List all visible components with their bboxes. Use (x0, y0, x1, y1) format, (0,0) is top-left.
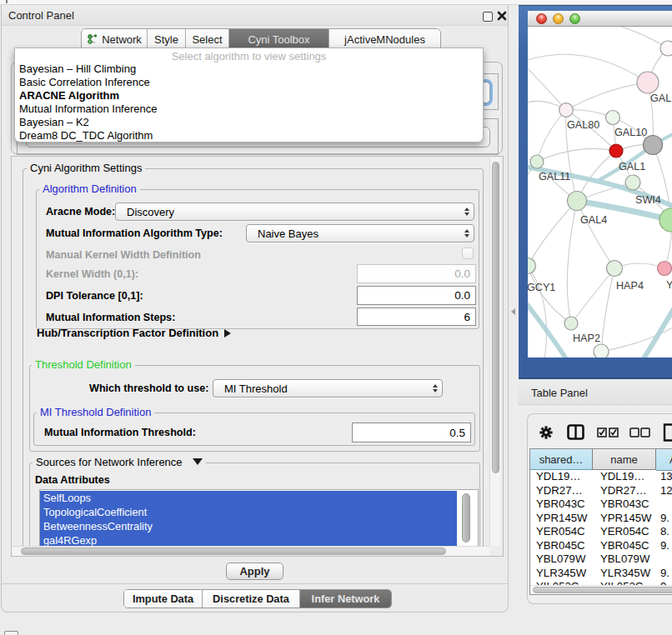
popup-item[interactable]: Bayesian – K2 (19, 116, 478, 129)
popup-item[interactable]: Bayesian – Hill Climbing (19, 62, 478, 76)
manual-kernel-checkbox[interactable] (462, 248, 474, 259)
network-node-hap4[interactable] (607, 261, 623, 277)
cell-value[interactable]: 9. (660, 567, 672, 581)
network-edge[interactable] (611, 27, 668, 48)
attribute-list-item[interactable]: BetweennessCentrality (40, 519, 457, 533)
apply-button[interactable]: Apply (226, 562, 283, 580)
network-node[interactable] (606, 111, 620, 125)
network-view-window[interactable]: GALGAL80GAL10GAL1GAL11SWI4GAL4HAP4YGCY1H… (519, 5, 672, 379)
popup-item[interactable]: Mutual Information Inference (19, 102, 478, 116)
cell-name[interactable]: YBR043C (600, 498, 654, 512)
cell-name[interactable]: YPR145W (600, 512, 654, 526)
table-row[interactable]: YBL079WYBL079W (530, 552, 672, 567)
tab-cyni-toolbox[interactable]: Cyni Toolbox (229, 29, 329, 49)
network-node[interactable] (659, 208, 672, 232)
mi-steps-field[interactable]: 6 (357, 308, 476, 326)
cell-value[interactable] (660, 552, 672, 567)
network-node-gal4[interactable] (568, 192, 587, 211)
table-row[interactable]: YBR043CYBR043C (530, 498, 672, 512)
table-horizontal-scrollbar[interactable] (530, 585, 672, 593)
settings-vertical-scrollbar[interactable] (489, 158, 500, 546)
network-window-titlebar[interactable] (528, 11, 672, 27)
scrollbar-thumb[interactable] (21, 548, 446, 555)
mi-type-combo[interactable]: Naive Bayes (246, 224, 474, 242)
popup-item[interactable]: Dream8 DC_TDC Algorithm (19, 129, 478, 142)
network-node-swi4[interactable] (625, 175, 640, 190)
tab-select[interactable]: Select (186, 29, 229, 49)
node-table[interactable]: shared… name A YDL19…YDL19…13YDR27…YDR27… (529, 448, 672, 595)
cell-name[interactable]: YDL19… (600, 470, 654, 484)
close-traffic-light-icon[interactable] (536, 13, 547, 24)
aracne-mode-combo[interactable]: Discovery (115, 202, 474, 221)
network-node[interactable] (660, 41, 672, 56)
control-panel-titlebar[interactable]: Control Panel (2, 5, 508, 26)
cell-name[interactable]: YDR27… (600, 484, 654, 498)
sources-collapse-icon[interactable] (193, 458, 203, 465)
cell-name[interactable]: YLR345W (600, 567, 654, 581)
tab-discretize-data[interactable]: Discretize Data (203, 590, 300, 608)
float-window-icon[interactable] (483, 12, 493, 22)
table-panel-titlebar[interactable]: Table Panel (518, 382, 672, 405)
cell-value[interactable]: 9. (660, 512, 672, 526)
network-edge[interactable] (537, 110, 566, 162)
network-node[interactable] (594, 344, 609, 358)
which-threshold-combo[interactable]: MI Threshold (213, 379, 443, 398)
column-header-shared-name[interactable]: shared… (530, 449, 593, 470)
kernel-width-field[interactable]: 0.0 (357, 264, 476, 283)
cell-value[interactable]: 13 (660, 470, 672, 484)
tab-infer-network[interactable]: Infer Network (300, 590, 391, 608)
minimize-traffic-light-icon[interactable] (553, 13, 564, 24)
gear-icon[interactable] (539, 414, 554, 450)
collapsed-panel-icon[interactable] (4, 631, 18, 635)
dpi-tolerance-field[interactable]: 0.0 (357, 286, 476, 305)
attribute-list-item[interactable]: SelfLoops (40, 491, 457, 505)
cell-value[interactable]: 12 (660, 484, 672, 498)
cell-shared-name[interactable]: YBL079W (536, 552, 591, 567)
cell-shared-name[interactable]: YLR345W (536, 567, 591, 581)
tab-network[interactable]: Network (82, 29, 148, 49)
close-icon[interactable] (497, 11, 507, 21)
network-canvas[interactable]: GALGAL80GAL10GAL1GAL11SWI4GAL4HAP4YGCY1H… (528, 27, 672, 358)
hub-disclosure-icon[interactable] (224, 329, 231, 338)
network-node-gal11[interactable] (530, 155, 544, 168)
network-node-gcy1[interactable] (528, 258, 536, 274)
zoom-traffic-light-icon[interactable] (569, 13, 580, 24)
column-header-name[interactable]: name (593, 449, 656, 470)
attribute-list-item[interactable]: TopologicalCoefficient (40, 505, 457, 519)
cell-name[interactable]: YBL079W (600, 552, 654, 567)
split-columns-icon[interactable] (567, 414, 584, 450)
network-edge[interactable] (577, 201, 614, 268)
data-attributes-list[interactable]: SelfLoopsTopologicalCoefficientBetweenne… (39, 489, 479, 547)
table-row[interactable]: YDR27…YDR27…12 (530, 484, 672, 498)
cell-shared-name[interactable]: YPR145W (536, 512, 591, 526)
network-edge[interactable] (528, 54, 648, 82)
table-row[interactable]: YDL19…YDL19…13 (530, 470, 672, 484)
cell-shared-name[interactable]: YDL19… (536, 470, 591, 484)
network-node-gal1[interactable] (609, 144, 623, 158)
cell-shared-name[interactable]: YDR27… (536, 484, 591, 498)
network-edge[interactable] (566, 82, 648, 110)
cell-shared-name[interactable]: YBR043C (536, 498, 591, 512)
attribute-list-item[interactable]: gal4RGexp (40, 533, 457, 547)
network-edge-highlighted[interactable] (528, 297, 567, 358)
cell-value[interactable] (660, 498, 672, 512)
cell-value[interactable]: 8. (660, 525, 672, 539)
cell-name[interactable]: YER054C (600, 525, 654, 539)
scrollbar-thumb[interactable] (462, 493, 470, 542)
unchecked-boxes-icon[interactable] (629, 414, 650, 450)
splitter-grip-icon[interactable] (511, 308, 515, 315)
network-node-gal80[interactable] (559, 103, 574, 118)
network-node-y[interactable] (658, 262, 672, 276)
list-vertical-scrollbar[interactable] (461, 493, 472, 544)
settings-horizontal-scrollbar[interactable] (13, 546, 489, 556)
table-row[interactable]: YBR045CYBR045C9. (530, 539, 672, 553)
checked-boxes-icon[interactable] (597, 414, 619, 450)
network-edge[interactable] (537, 148, 616, 162)
mi-threshold-field[interactable]: 0.5 (352, 422, 471, 442)
network-node-gal[interactable] (637, 72, 659, 93)
network-node-hap2[interactable] (564, 317, 578, 330)
cell-shared-name[interactable]: YER054C (536, 525, 591, 539)
file-icon[interactable] (663, 414, 672, 450)
network-edge[interactable] (601, 268, 614, 352)
network-edge[interactable] (571, 268, 614, 323)
